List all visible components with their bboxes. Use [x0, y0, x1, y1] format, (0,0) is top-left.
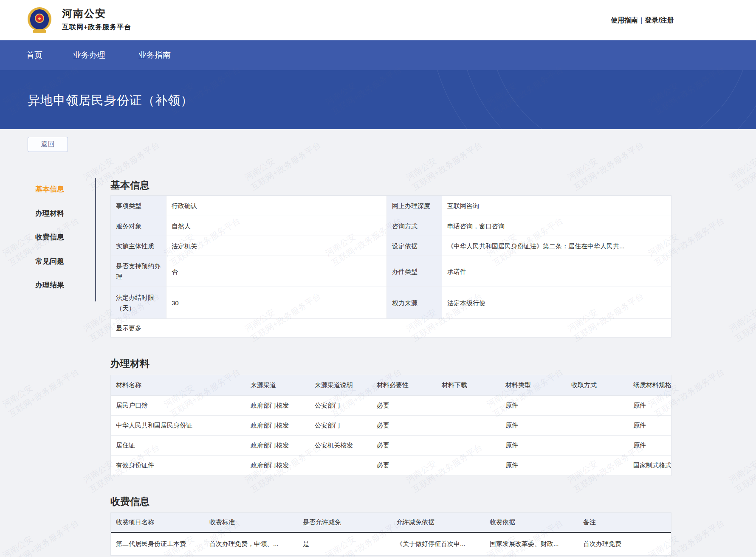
info-label: 咨询方式: [387, 216, 442, 236]
table-cell: 公安部门: [310, 396, 372, 415]
show-more-link[interactable]: 显示更多: [111, 319, 671, 337]
table-row: 显示更多: [111, 319, 671, 337]
page: ★ 河南公安 互联网+政务服务平台 使用指南|登录/注册 首页 业务办理 业务指…: [0, 0, 756, 557]
page-title: 异地申领居民身份证（补领）: [28, 92, 193, 109]
table-cell: 必要: [372, 396, 437, 415]
table-cell: [437, 416, 500, 435]
table-row: 实施主体性质 法定机关 设定依据 《中华人民共和国居民身份证法》第二条：居住在中…: [111, 236, 671, 256]
table-cell: 《关于做好停征首次申...: [391, 533, 485, 555]
info-value: 行政确认: [166, 196, 387, 216]
info-value: 30: [166, 287, 387, 318]
table-cell: 政府部门核发: [245, 456, 310, 475]
content-background: [0, 129, 756, 557]
table-cell: 首次办理免费: [578, 533, 671, 555]
badge-ribbon: [33, 30, 46, 33]
link-separator: |: [640, 17, 642, 24]
fees-heading: 收费信息: [110, 495, 150, 508]
column-header: 收费标准: [204, 513, 298, 532]
table-header-row: 材料名称 来源渠道 来源渠道说明 材料必要性 材料下载 材料类型 收取方式 纸质…: [111, 375, 671, 396]
fees-table: 收费项目名称 收费标准 是否允许减免 允许减免依据 收费依据 备注 第二代居民身…: [110, 512, 671, 556]
top-links: 使用指南|登录/注册: [611, 16, 674, 25]
table-cell: 有效身份证件: [111, 456, 245, 475]
info-label: 是否支持预约办理: [111, 256, 166, 287]
sidebar-item-materials[interactable]: 办理材料: [35, 209, 90, 218]
column-header: 收费项目名称: [111, 513, 204, 532]
sidebar-divider: [95, 178, 96, 301]
column-header: 收取方式: [566, 375, 628, 395]
table-cell: 公安机关核发: [310, 436, 372, 455]
sidebar-item-faq[interactable]: 常见问题: [35, 257, 90, 266]
sidebar-item-fees[interactable]: 收费信息: [35, 233, 90, 242]
table-cell: 原件: [500, 436, 566, 455]
basic-info-heading: 基本信息: [110, 179, 150, 191]
info-label: 事项类型: [111, 196, 166, 216]
column-header: 收费依据: [485, 513, 578, 532]
info-label: 服务对象: [111, 216, 166, 236]
table-cell: [566, 456, 628, 475]
table-cell: 必要: [372, 456, 437, 475]
nav-item-business-guide[interactable]: 业务指南: [138, 50, 171, 61]
info-label: 权力来源: [387, 287, 442, 318]
back-button[interactable]: 返回: [28, 137, 68, 152]
materials-table: 材料名称 来源渠道 来源渠道说明 材料必要性 材料下载 材料类型 收取方式 纸质…: [110, 375, 671, 476]
column-header: 材料下载: [437, 375, 500, 395]
table-cell: [310, 456, 372, 475]
table-cell: 居民户口簿: [111, 396, 245, 415]
column-header: 材料必要性: [372, 375, 437, 395]
info-label: 实施主体性质: [111, 236, 166, 256]
brand-block: 河南公安 互联网+政务服务平台: [62, 8, 131, 32]
table-cell: 国家发展改革委、财政...: [485, 533, 578, 555]
main-nav: 首页 业务办理 业务指南: [0, 40, 756, 70]
table-row: 居民户口簿 政府部门核发 公安部门 必要 原件 原件: [111, 396, 671, 416]
info-label: 设定依据: [387, 236, 442, 256]
basic-info-table: 事项类型 行政确认 网上办理深度 互联网咨询 服务对象 自然人 咨询方式 电话咨…: [110, 195, 671, 338]
nav-item-home[interactable]: 首页: [26, 50, 42, 61]
info-value: 承诺件: [442, 256, 671, 287]
table-cell: 原件: [500, 416, 566, 435]
info-label: 办件类型: [387, 256, 442, 287]
table-cell: 必要: [372, 436, 437, 455]
table-cell: 政府部门核发: [245, 416, 310, 435]
table-cell: 是: [298, 533, 391, 555]
column-header: 允许减免依据: [391, 513, 485, 532]
table-cell: [437, 436, 500, 455]
table-header-row: 收费项目名称 收费标准 是否允许减免 允许减免依据 收费依据 备注: [111, 513, 671, 533]
table-cell: 原件: [628, 436, 671, 455]
table-cell: [437, 456, 500, 475]
nav-item-business-handling[interactable]: 业务办理: [73, 50, 105, 61]
table-cell: [566, 396, 628, 415]
table-row: 法定办结时限（天） 30 权力来源 法定本级行使: [111, 287, 671, 319]
page-banner: 异地申领居民身份证（补领）: [0, 70, 756, 129]
table-row: 事项类型 行政确认 网上办理深度 互联网咨询: [111, 196, 671, 216]
table-cell: 原件: [500, 456, 566, 475]
sidebar-item-basic-info[interactable]: 基本信息: [35, 185, 90, 194]
table-cell: 原件: [500, 396, 566, 415]
table-row: 有效身份证件 政府部门核发 必要 原件 国家制式格式: [111, 456, 671, 475]
badge-star-icon: ★: [35, 14, 44, 23]
table-cell: 第二代居民身份证工本费: [111, 533, 204, 555]
table-cell: 原件: [628, 416, 671, 435]
table-row: 服务对象 自然人 咨询方式 电话咨询，窗口咨询: [111, 216, 671, 236]
column-header: 来源渠道: [245, 375, 310, 395]
table-row: 是否支持预约办理 否 办件类型 承诺件: [111, 256, 671, 287]
table-cell: 国家制式格式: [628, 456, 671, 475]
info-value: 《中华人民共和国居民身份证法》第二条：居住在中华人民共...: [442, 236, 671, 256]
info-value: 法定本级行使: [442, 287, 671, 318]
column-header: 纸质材料规格: [628, 375, 671, 395]
guide-link[interactable]: 使用指南: [611, 17, 638, 24]
brand-subtitle: 互联网+政务服务平台: [62, 23, 131, 32]
table-cell: 首次办理免费，申领、...: [204, 533, 298, 555]
table-cell: 政府部门核发: [245, 396, 310, 415]
column-header: 是否允许减免: [298, 513, 391, 532]
table-cell: 公安部门: [310, 416, 372, 435]
info-label: 法定办结时限（天）: [111, 287, 166, 318]
banner-arc-decoration: [429, 70, 756, 129]
info-value: 互联网咨询: [442, 196, 671, 216]
login-register-link[interactable]: 登录/注册: [645, 17, 674, 24]
table-cell: 中华人民共和国居民身份证: [111, 416, 245, 435]
sidebar-item-results[interactable]: 办理结果: [35, 281, 90, 290]
section-sidebar: 基本信息 办理材料 收费信息 常见问题 办理结果: [35, 185, 90, 305]
info-value: 自然人: [166, 216, 387, 236]
info-label: 网上办理深度: [387, 196, 442, 216]
info-value: 否: [166, 256, 387, 287]
